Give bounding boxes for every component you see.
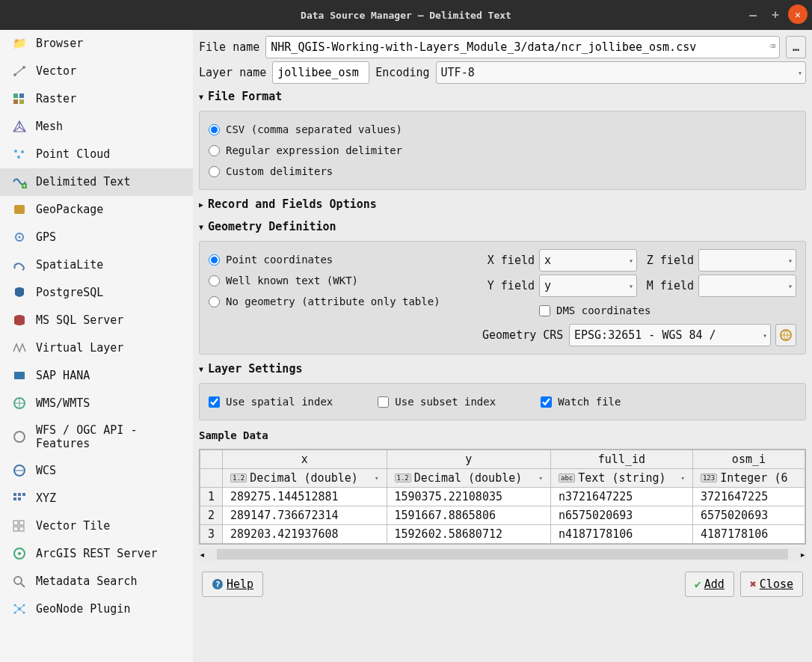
col-header-osmi[interactable]: osm_i (692, 450, 805, 469)
delimited-icon: + (10, 174, 28, 189)
virtuallayer-icon (10, 340, 28, 355)
maximize-button[interactable]: + (766, 4, 785, 24)
sidebar-item-virtuallayer[interactable]: Virtual Layer (0, 334, 193, 362)
svg-line-2 (15, 67, 24, 75)
layer-settings-header[interactable]: ▼Layer Settings (199, 359, 806, 378)
z-field-label: Z field (642, 254, 694, 267)
sidebar-item-browser[interactable]: 📁Browser (0, 30, 193, 58)
wkt-radio[interactable] (209, 275, 220, 286)
help-icon: ? (212, 578, 224, 590)
crs-picker-button[interactable] (775, 324, 796, 346)
svg-point-14 (19, 236, 21, 239)
close-window-button[interactable]: ✕ (788, 4, 808, 24)
mssql-icon (10, 313, 28, 328)
sidebar-item-raster[interactable]: Raster (0, 85, 193, 113)
subset-index-checkbox[interactable] (378, 396, 389, 408)
sidebar-item-wfs[interactable]: WFS / OGC API - Features (0, 417, 193, 457)
file-name-input[interactable] (265, 36, 780, 58)
folder-icon: 📁 (10, 36, 28, 51)
sidebar-item-mssql[interactable]: MS SQL Server (0, 307, 193, 334)
geometry-def-header[interactable]: ▼Geometry Definition (199, 217, 806, 236)
triangle-right-icon: ▶ (199, 200, 203, 209)
minimize-button[interactable]: — (743, 4, 763, 24)
close-button[interactable]: ✖Close (740, 571, 803, 597)
dms-checkbox[interactable] (539, 305, 550, 316)
geopackage-icon (10, 202, 28, 217)
sidebar-item-xyz[interactable]: XYZ (0, 485, 193, 512)
table-row[interactable]: 3289203.4219376081592602.58680712n418717… (200, 525, 805, 544)
add-button[interactable]: ✔Add (685, 571, 734, 597)
svg-rect-31 (19, 527, 24, 531)
sidebar-item-wms[interactable]: WMS/WMTS (0, 390, 193, 417)
svg-point-34 (14, 577, 22, 584)
sidebar-item-vector[interactable]: Vector (0, 58, 193, 85)
m-field-label: M field (642, 279, 694, 292)
csv-radio[interactable] (209, 124, 220, 135)
y-field-label: Y field (482, 279, 535, 292)
point-coords-radio[interactable] (209, 254, 220, 266)
sidebar-item-spatialite[interactable]: SpatiaLite (0, 251, 193, 279)
svg-rect-23 (13, 493, 16, 496)
sidebar-item-geonode[interactable]: GeoNode Plugin (0, 595, 193, 623)
z-field-select[interactable]: ▾ (698, 249, 796, 272)
y-field-select[interactable]: y▾ (539, 275, 637, 297)
layer-name-input[interactable] (272, 61, 369, 84)
table-row[interactable]: 1289275.1445128811590375.22108035n372164… (200, 488, 805, 506)
svg-rect-6 (19, 99, 24, 104)
scroll-left-icon[interactable]: ◂ (199, 548, 205, 560)
clear-filename-icon[interactable]: ⌫ (769, 40, 775, 52)
chevron-down-icon: ▾ (788, 282, 793, 290)
sidebar-item-geopackage[interactable]: GeoPackage (0, 196, 193, 224)
spatialite-icon (10, 257, 28, 272)
window-title: Data Source Manager — Delimited Text (301, 10, 511, 21)
type-cell[interactable]: 1.2Decimal (double)▾ (387, 469, 550, 488)
help-button[interactable]: ?Help (202, 571, 263, 597)
sidebar-item-gps[interactable]: GPS (0, 224, 193, 251)
watch-file-checkbox[interactable] (541, 396, 552, 408)
type-cell[interactable]: abcText (string)▾ (550, 469, 692, 488)
sidebar-item-arcgis[interactable]: ArcGIS REST Server (0, 540, 193, 568)
regex-radio[interactable] (209, 145, 220, 156)
record-fields-header[interactable]: ▶Record and Fields Options (199, 194, 806, 214)
svg-rect-4 (19, 94, 24, 98)
browse-button[interactable]: … (786, 36, 806, 58)
svg-rect-26 (13, 497, 16, 500)
spatial-index-checkbox[interactable] (209, 396, 220, 408)
sample-data-table[interactable]: xyfull_idosm_i 1.2Decimal (double)▾ 1.2D… (199, 449, 806, 545)
sidebar-item-postgresql[interactable]: PostgreSQL (0, 279, 193, 307)
no-geom-radio[interactable] (209, 296, 220, 307)
type-cell[interactable]: 123Integer (6 (692, 469, 805, 488)
col-header-fullid[interactable]: full_id (550, 450, 692, 469)
crs-label: Geometry CRS (482, 328, 565, 342)
col-header-x[interactable]: x (223, 450, 387, 469)
svg-point-7 (14, 150, 17, 153)
crs-select[interactable]: EPSG:32651 - WGS 84 /▾ (569, 324, 771, 346)
sidebar-item-pointcloud[interactable]: Point Cloud (0, 141, 193, 168)
sidebar-item-saphana[interactable]: SAP HANA (0, 362, 193, 390)
chevron-down-icon: ▾ (680, 474, 684, 482)
m-field-select[interactable]: ▾ (698, 275, 796, 297)
col-header-y[interactable]: y (387, 450, 550, 469)
horizontal-scrollbar[interactable]: ◂▸ (199, 548, 806, 561)
gps-icon (10, 230, 28, 245)
search-icon (10, 574, 28, 589)
sidebar-item-delimitedtext[interactable]: +Delimited Text (0, 168, 193, 196)
scroll-right-icon[interactable]: ▸ (800, 548, 806, 560)
svg-rect-18 (14, 372, 25, 379)
svg-line-35 (21, 583, 25, 587)
sidebar-item-vectortile[interactable]: Vector Tile (0, 512, 193, 540)
custom-radio[interactable] (209, 166, 220, 177)
file-format-header[interactable]: ▼File Format (199, 87, 806, 106)
sidebar-item-mesh[interactable]: Mesh (0, 113, 193, 141)
sidebar-item-metadata[interactable]: Metadata Search (0, 568, 193, 595)
encoding-select[interactable]: UTF-8▾ (436, 61, 806, 84)
file-format-group: CSV (comma separated values) Regular exp… (199, 111, 806, 190)
table-row[interactable]: 2289147.7366723141591667.8865806n6575020… (200, 506, 805, 525)
wfs-icon (10, 429, 28, 444)
svg-rect-28 (13, 521, 18, 525)
chevron-down-icon: ▾ (788, 257, 793, 265)
type-cell[interactable]: 1.2Decimal (double)▾ (223, 469, 387, 488)
x-field-select[interactable]: x▾ (539, 249, 637, 272)
saphana-icon (10, 368, 28, 383)
sidebar-item-wcs[interactable]: WCS (0, 457, 193, 485)
